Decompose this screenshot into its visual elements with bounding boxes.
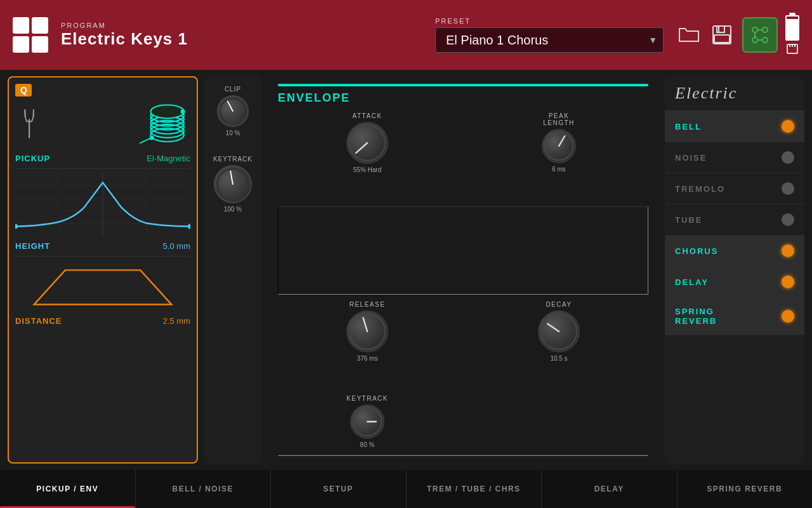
distance-labels: DISTANCE 2.5 mm xyxy=(15,316,190,326)
fx-led-3 xyxy=(782,213,794,226)
fx-label-3: TUBE xyxy=(675,215,702,225)
header-icons xyxy=(676,15,799,55)
fx-led-6 xyxy=(782,310,794,323)
release-knob-ring xyxy=(348,312,387,351)
decay-knob[interactable] xyxy=(538,311,580,352)
preset-section: PRESET El Piano 1 ChorusEl Piano 1El Pia… xyxy=(435,17,664,53)
keytrack-knob[interactable] xyxy=(214,165,252,203)
attack-label: ATTACK xyxy=(353,112,383,119)
tab-delay[interactable]: DELAY xyxy=(542,470,678,508)
program-label: PROGRAM xyxy=(61,22,188,29)
svg-rect-1 xyxy=(717,26,724,32)
fx-label-0: BELL xyxy=(675,122,702,131)
height-value: 5.0 mm xyxy=(163,241,190,251)
svg-point-7 xyxy=(763,37,768,43)
attack-group: ATTACK 55% Hard xyxy=(278,112,457,200)
program-name: Electric Keys 1 xyxy=(61,29,188,49)
right-logo: Electric xyxy=(665,76,804,111)
fx-label-1: NOISE xyxy=(675,153,707,163)
keytrack-label: KEYTRACK xyxy=(213,156,252,163)
tab-spring-reverb[interactable]: SPRING REVERB xyxy=(678,470,813,508)
right-panel: Electric BELLNOISETREMOLOTUBECHORUSDELAY… xyxy=(665,76,804,464)
pickup-type: El-Magnetic xyxy=(147,154,190,163)
sd-card-icon xyxy=(786,42,799,55)
env-keytrack-group: KEYTRACK 80 % xyxy=(278,395,457,448)
save-button[interactable] xyxy=(709,22,735,48)
folder-button[interactable] xyxy=(676,22,702,48)
keytrack-knob-ring xyxy=(215,166,251,202)
clip-knob-group: CLIP 10 % xyxy=(217,86,249,137)
distance-value: 2.5 mm xyxy=(163,316,190,326)
release-label: RELEASE xyxy=(350,301,386,308)
env-separator-2 xyxy=(278,455,648,456)
env-keytrack-label: KEYTRACK xyxy=(346,395,388,402)
peak-group: PEAKLENGTH 6 ms xyxy=(469,112,648,200)
clip-value: 10 % xyxy=(226,130,240,137)
fx-button-noise[interactable]: NOISE xyxy=(665,142,804,173)
peak-knob[interactable] xyxy=(542,129,576,163)
svg-line-45 xyxy=(559,136,565,146)
logo-cell-1 xyxy=(13,17,29,34)
keytrack-value: 100 % xyxy=(224,206,242,213)
svg-line-41 xyxy=(230,171,233,184)
folder-icon xyxy=(678,26,700,44)
routing-button[interactable] xyxy=(742,17,778,53)
waveform-display xyxy=(15,173,190,236)
env-separator-1 xyxy=(278,206,648,294)
svg-line-27 xyxy=(140,138,152,144)
knobs-panel: CLIP 10 % KEYTRACK 100 % xyxy=(204,76,261,464)
peak-value: 6 ms xyxy=(552,166,566,173)
keytrack-knob-group: KEYTRACK 100 % xyxy=(213,156,252,213)
attack-knob[interactable] xyxy=(346,122,388,164)
distance-label: DISTANCE xyxy=(15,316,62,326)
decay-label: DECAY xyxy=(546,301,572,308)
bottom-tabs: PICKUP / ENVBELL / NOISESETUPTREM / TUBE… xyxy=(0,470,812,508)
save-icon xyxy=(712,25,732,45)
logo-cell-2 xyxy=(32,17,48,34)
clip-label: CLIP xyxy=(225,86,241,93)
fx-led-4 xyxy=(782,244,794,257)
brand-logo: Electric xyxy=(675,84,737,102)
release-group: RELEASE 376 ms xyxy=(278,301,457,389)
decay-knob-ring xyxy=(539,312,579,351)
preset-label: PRESET xyxy=(435,17,664,25)
envelope-grid: ATTACK 55% Hard PEAKLENGTH xyxy=(278,112,648,456)
attack-value: 55% Hard xyxy=(353,166,381,173)
fx-label-2: TREMOLO xyxy=(675,184,725,194)
preset-wrapper: El Piano 1 ChorusEl Piano 1El Piano 2Rho… xyxy=(435,27,664,53)
fx-label-6: SPRING REVERB xyxy=(675,307,717,326)
peak-label: PEAKLENGTH xyxy=(543,112,575,126)
tab-pickup-env[interactable]: PICKUP / ENV xyxy=(0,470,136,508)
routing-icon xyxy=(750,25,770,45)
tab-setup[interactable]: SETUP xyxy=(271,470,407,508)
pickup-visual-section xyxy=(15,102,190,146)
fx-button-tube[interactable]: TUBE xyxy=(665,204,804,236)
tab-trem-tube-chrs[interactable]: TREM / TUBE / CHRS xyxy=(407,470,542,508)
battery-area xyxy=(785,15,799,55)
clip-knob[interactable] xyxy=(217,95,249,127)
fx-button-bell[interactable]: BELL xyxy=(665,111,804,142)
main-content: Q xyxy=(0,70,812,470)
fx-button-tremolo[interactable]: TREMOLO xyxy=(665,173,804,204)
env-keytrack-knob[interactable] xyxy=(350,404,384,439)
fx-button-delay[interactable]: DELAY xyxy=(665,267,804,298)
fx-button-chorus[interactable]: CHORUS xyxy=(665,236,804,267)
program-info: PROGRAM Electric Keys 1 xyxy=(61,22,188,49)
svg-point-4 xyxy=(752,27,757,32)
distance-section: DISTANCE 2.5 mm xyxy=(15,256,190,326)
envelope-title: ENVELOPE xyxy=(278,91,648,105)
env-keytrack-value: 80 % xyxy=(360,441,375,448)
fx-button-spring-reverb[interactable]: SPRING REVERB xyxy=(665,298,804,335)
preset-select[interactable]: El Piano 1 ChorusEl Piano 1El Piano 2Rho… xyxy=(435,27,664,53)
q-badge[interactable]: Q xyxy=(15,84,32,97)
tuning-fork-icon xyxy=(18,105,41,143)
release-knob[interactable] xyxy=(346,311,388,352)
svg-point-35 xyxy=(15,224,18,229)
clip-knob-ring xyxy=(218,97,247,126)
svg-line-47 xyxy=(547,323,559,331)
height-label: HEIGHT xyxy=(15,241,50,251)
tab-bell-noise[interactable]: BELL / NOISE xyxy=(136,470,272,508)
svg-line-43 xyxy=(356,143,367,153)
fx-led-1 xyxy=(782,151,794,164)
trapezoid-display xyxy=(15,260,190,311)
